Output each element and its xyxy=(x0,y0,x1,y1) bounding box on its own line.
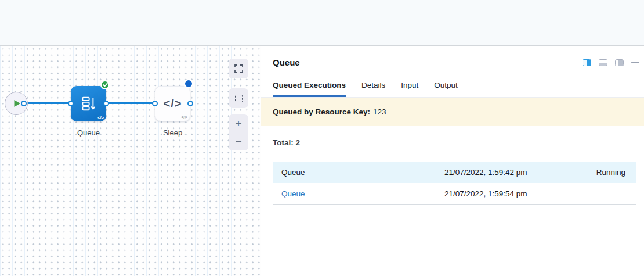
tab-bar: Queued Executions Details Input Output xyxy=(261,81,644,98)
fit-view-button[interactable] xyxy=(229,59,248,78)
play-icon xyxy=(13,99,21,107)
execution-row[interactable]: Queue 21/07/2022, 1:59:54 pm xyxy=(273,183,636,205)
tab-output[interactable]: Output xyxy=(434,81,458,97)
edge-start-to-queue xyxy=(24,102,72,104)
flow-canvas[interactable]: </> </> </> Queue Sleep + − xyxy=(0,46,261,276)
handle-queue-input[interactable] xyxy=(68,101,74,106)
code-icon: </> xyxy=(164,97,182,110)
dock-bottom-icon[interactable] xyxy=(599,59,607,66)
total-count: Total: 2 xyxy=(273,138,632,147)
fit-view-icon xyxy=(234,64,243,73)
execution-row[interactable]: Queue 21/07/2022, 1:59:42 pm Running xyxy=(273,162,636,183)
banner-value: 123 xyxy=(373,107,386,116)
tab-input[interactable]: Input xyxy=(401,81,418,97)
tab-details[interactable]: Details xyxy=(361,81,385,97)
zoom-in-button[interactable]: + xyxy=(235,118,241,129)
panel-title: Queue xyxy=(273,58,300,67)
panel-layout-controls xyxy=(583,59,639,66)
edge-queue-to-sleep xyxy=(106,102,156,104)
zoom-control: + − xyxy=(229,114,248,150)
execution-timestamp: 21/07/2022, 1:59:54 pm xyxy=(444,189,549,198)
detail-panel: Queue Queued Executions Details Input Ou… xyxy=(261,46,644,276)
queued-by-banner: Queued by Resource Key:123 xyxy=(261,98,644,126)
app-window: </> </> </> Queue Sleep + − xyxy=(0,0,644,276)
execution-name-link[interactable]: Queue xyxy=(273,189,444,198)
banner-label: Queued by Resource Key: xyxy=(273,107,370,116)
success-badge-icon xyxy=(100,80,110,89)
top-header-bar xyxy=(0,0,644,46)
node-queue[interactable]: </> xyxy=(71,86,106,121)
node-label-sleep: Sleep xyxy=(155,128,190,137)
handle-sleep-input[interactable] xyxy=(152,101,158,106)
select-area-button[interactable] xyxy=(229,88,248,108)
dock-right-icon[interactable] xyxy=(615,59,624,66)
tab-queued-executions[interactable]: Queued Executions xyxy=(273,81,346,97)
select-area-icon xyxy=(235,95,243,102)
handle-sleep-output[interactable] xyxy=(187,101,193,106)
node-sleep[interactable]: </> </> xyxy=(155,86,190,121)
execution-status: Running xyxy=(549,168,636,177)
zoom-out-button[interactable]: − xyxy=(235,136,241,147)
code-mini-icon: </> xyxy=(97,115,104,120)
minimize-icon[interactable] xyxy=(631,62,639,63)
handle-start-output[interactable] xyxy=(21,101,27,106)
panel-header: Queue xyxy=(261,46,644,67)
queue-icon xyxy=(81,96,96,112)
node-label-queue: Queue xyxy=(71,128,106,137)
code-mini-icon: </> xyxy=(181,114,187,120)
executions-list: Queue 21/07/2022, 1:59:42 pm Running Que… xyxy=(273,162,636,205)
split-view-icon[interactable] xyxy=(583,59,591,66)
handle-queue-output[interactable] xyxy=(103,101,109,106)
execution-name: Queue xyxy=(273,168,444,177)
running-badge-icon xyxy=(184,79,193,88)
execution-timestamp: 21/07/2022, 1:59:42 pm xyxy=(444,168,549,177)
